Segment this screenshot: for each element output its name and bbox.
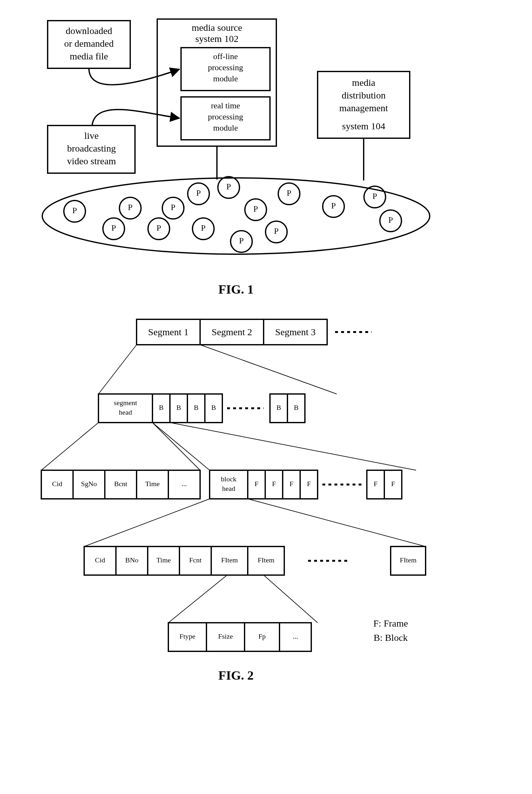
peer-label: P bbox=[171, 203, 175, 212]
arrow-downloaded-to-offline bbox=[89, 68, 179, 85]
arrow-live-to-realtime bbox=[92, 110, 179, 126]
blkhead-field-label: FItem bbox=[258, 556, 274, 564]
figure-2-label: FIG. 2 bbox=[218, 668, 253, 682]
blkhead-field-label: Cid bbox=[95, 556, 105, 564]
block-head-l2: head bbox=[222, 485, 235, 492]
mdms-box: media distribution management system 104 bbox=[318, 72, 410, 138]
block-frame-label: F bbox=[391, 480, 395, 488]
downloaded-line1: downloaded bbox=[66, 25, 112, 36]
peer-nodes: PPPPPPPPPPPPPPP bbox=[64, 177, 401, 252]
downloaded-line3: media file bbox=[70, 51, 108, 61]
offline-module-box: off-line processing module bbox=[181, 48, 270, 91]
offline-line1: off-line bbox=[213, 52, 238, 61]
segment-layout-row: segment head BBBB BB bbox=[98, 394, 305, 422]
realtime-line1: real time bbox=[211, 101, 240, 110]
blkhead-field-label: FItem bbox=[221, 556, 238, 564]
fan-b-left bbox=[152, 422, 210, 470]
mdms-line2: distribution bbox=[342, 90, 385, 100]
fan-blkhead-left bbox=[84, 499, 210, 547]
block-frame-label: F bbox=[307, 480, 311, 488]
peer-label: P bbox=[201, 223, 206, 232]
peer-label: P bbox=[373, 192, 377, 201]
segment-head-fields: CidSgNoBcntTime... bbox=[41, 470, 200, 499]
segment-block-label: B bbox=[294, 403, 299, 412]
block-frame-label: F bbox=[254, 480, 258, 488]
fitem-field-label: ... bbox=[293, 632, 298, 640]
fan-fitem-right bbox=[264, 575, 318, 623]
block-layout-row: block head FFFF FF bbox=[210, 470, 402, 499]
seghead-field-label: Cid bbox=[52, 480, 62, 488]
offline-line3: module bbox=[213, 74, 238, 83]
peer-label: P bbox=[388, 215, 393, 225]
realtime-line2: processing bbox=[208, 112, 243, 121]
peer-label: P bbox=[226, 182, 231, 191]
blkhead-field-label: Time bbox=[156, 556, 171, 564]
fitem-field-label: Fp bbox=[258, 632, 266, 640]
segment-block-label: B bbox=[176, 403, 181, 412]
fan-seghead-left bbox=[41, 422, 98, 470]
fitem-fields: FtypeFsizeFp... bbox=[168, 623, 311, 651]
figure-1: downloaded or demanded media file media … bbox=[42, 19, 430, 254]
fan-seg-left bbox=[98, 345, 137, 394]
fan-seghead-right bbox=[152, 422, 200, 470]
legend-frame: F: Frame bbox=[373, 618, 408, 628]
peer-label: P bbox=[72, 206, 77, 215]
block-frame-label: F bbox=[374, 480, 377, 488]
mdms-line3: management bbox=[339, 102, 388, 113]
block-frame-label: F bbox=[289, 480, 293, 488]
legend: F: Frame B: Block bbox=[373, 618, 408, 643]
fan-fitem-left bbox=[168, 575, 227, 623]
seghead-field-label: SgNo bbox=[81, 480, 97, 488]
fan-seg-right bbox=[200, 345, 337, 394]
segment-2: Segment 2 bbox=[211, 327, 252, 337]
mdms-line4: system 104 bbox=[342, 121, 385, 131]
seghead-field-label: Bcnt bbox=[114, 480, 127, 488]
realtime-module-box: real time processing module bbox=[181, 97, 270, 140]
fitem-last: FItem bbox=[400, 556, 417, 564]
peer-label: P bbox=[112, 223, 116, 232]
blkhead-field-label: Fcnt bbox=[189, 556, 201, 564]
peer-label: P bbox=[287, 188, 291, 197]
fan-b-right bbox=[170, 422, 416, 470]
offline-line2: processing bbox=[208, 63, 243, 72]
segments-row: Segment 1 Segment 2 Segment 3 bbox=[137, 319, 372, 345]
block-frame-label: F bbox=[272, 480, 276, 488]
fan-blkhead-right bbox=[248, 499, 425, 547]
live-box: live broadcasting video stream bbox=[48, 126, 135, 173]
downloaded-line2: or demanded bbox=[64, 38, 114, 49]
mdms-line1: media bbox=[352, 77, 375, 88]
live-line1: live bbox=[84, 130, 99, 141]
peer-label: P bbox=[157, 223, 161, 232]
segment-block-label: B bbox=[276, 403, 281, 412]
segment-block-label: B bbox=[194, 403, 198, 412]
figure-2: Segment 1 Segment 2 Segment 3 segment he… bbox=[41, 319, 425, 651]
seghead-field-label: ... bbox=[182, 480, 187, 488]
seghead-field-label: Time bbox=[145, 480, 160, 488]
peer-cloud bbox=[42, 178, 430, 254]
peer-label: P bbox=[274, 227, 279, 236]
peer-label: P bbox=[253, 204, 258, 213]
segment-3: Segment 3 bbox=[275, 327, 316, 337]
fitem-field-label: Ftype bbox=[179, 632, 195, 640]
segment-head-l1: segment bbox=[114, 399, 137, 407]
fitem-field-label: Fsize bbox=[218, 632, 233, 640]
segment-block-label: B bbox=[211, 403, 216, 412]
peer-label: P bbox=[128, 203, 132, 212]
source-title-line1: media source bbox=[191, 22, 242, 33]
segment-1: Segment 1 bbox=[148, 327, 189, 337]
block-head-fields: CidBNoTimeFcntFItemFItem bbox=[84, 547, 284, 575]
media-source-system-box: media source system 102 off-line process… bbox=[157, 19, 276, 146]
live-line3: video stream bbox=[67, 156, 116, 166]
peer-label: P bbox=[239, 236, 244, 245]
peer-label: P bbox=[331, 201, 336, 210]
live-line2: broadcasting bbox=[67, 143, 116, 153]
segment-block-label: B bbox=[159, 403, 164, 412]
source-title-line2: system 102 bbox=[195, 33, 239, 44]
blkhead-field-label: BNo bbox=[125, 556, 138, 564]
block-head-l1: block bbox=[221, 475, 236, 483]
block-head-fitem-last: FItem bbox=[391, 547, 425, 575]
segment-head-l2: head bbox=[119, 408, 132, 416]
peer-label: P bbox=[196, 188, 201, 197]
legend-block: B: Block bbox=[374, 632, 408, 643]
downloaded-box: downloaded or demanded media file bbox=[48, 21, 130, 68]
